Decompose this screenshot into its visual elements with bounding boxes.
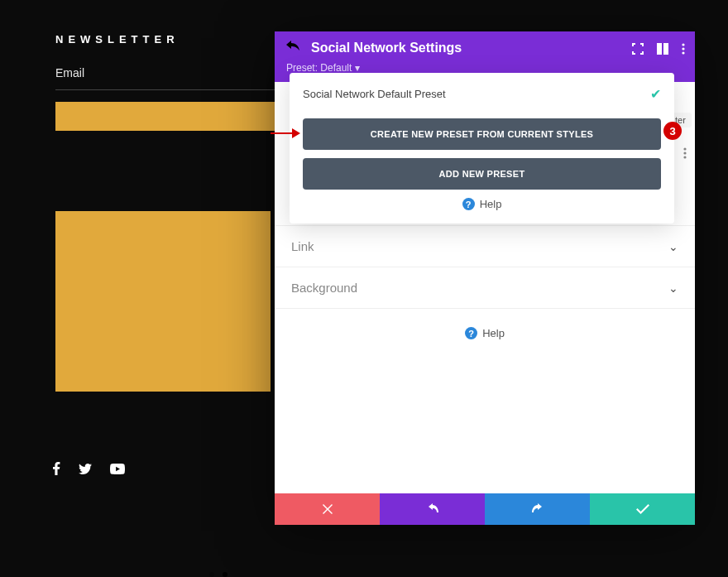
section-link-label: Link [291,239,314,253]
focus-icon[interactable] [632,43,644,58]
chevron-down-icon: ⌄ [668,240,678,253]
svg-point-0 [682,43,684,46]
redo-button[interactable] [485,493,590,525]
preset-dropdown-menu: Social Network Default Preset ✔ CREATE N… [290,73,674,224]
add-new-preset-button[interactable]: ADD NEW PRESET [303,158,661,190]
section-background-label: Background [291,281,357,295]
youtube-icon[interactable] [110,463,125,478]
svg-point-4 [683,151,686,154]
slider-dot-1[interactable] [209,572,214,577]
facebook-icon[interactable] [52,462,60,478]
help-label: Help [480,198,502,210]
help-link[interactable]: ? Help [275,327,695,339]
undo-button[interactable] [380,493,485,525]
section-background[interactable]: Background ⌄ [275,267,695,309]
more-icon[interactable] [683,147,687,161]
slider-slide [55,211,271,392]
slider-dot-2[interactable] [223,572,228,577]
more-icon[interactable] [682,43,685,58]
twitter-icon[interactable] [79,463,92,478]
annotation-arrow [271,130,300,137]
social-links [52,462,125,478]
preset-dropdown[interactable]: Preset: Default ▾ [286,62,683,74]
panel-footer [275,493,695,525]
create-preset-button[interactable]: CREATE NEW PRESET FROM CURRENT STYLES [303,118,661,150]
check-icon: ✔ [650,86,661,102]
help-icon: ? [465,327,477,339]
section-link[interactable]: Link ⌄ [275,225,695,267]
settings-sections: Link ⌄ Background ⌄ ? Help [275,225,695,339]
svg-point-5 [683,156,686,158]
default-preset-item[interactable]: Social Network Default Preset [303,88,446,100]
caret-down-icon: ▾ [355,62,360,74]
columns-icon[interactable] [657,43,668,58]
svg-point-2 [682,51,684,54]
help-icon: ? [462,198,475,210]
panel-title: Social Network Settings [311,41,462,55]
preset-label: Preset: Default [286,62,352,74]
annotation-step-badge: 3 [663,122,682,140]
help-link[interactable]: ? Help [303,198,661,210]
chevron-down-icon: ⌄ [668,281,678,295]
svg-point-3 [683,147,686,150]
confirm-button[interactable] [590,493,695,525]
cancel-button[interactable] [275,493,380,525]
help-label: Help [482,327,505,339]
back-icon[interactable] [286,41,299,55]
slider-pagination[interactable] [111,569,326,577]
svg-point-1 [682,47,684,50]
